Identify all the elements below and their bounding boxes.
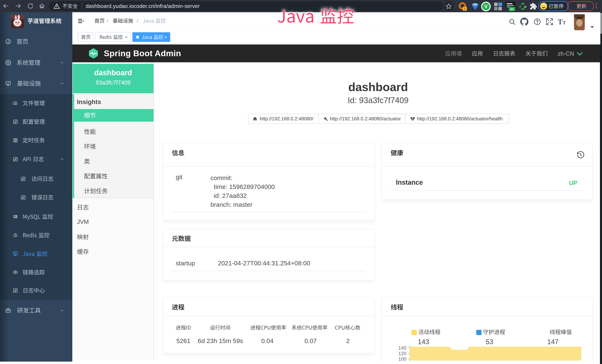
svg-text:V: V: [484, 4, 488, 9]
svg-text:120: 120: [398, 351, 406, 356]
svg-text:100: 100: [398, 356, 406, 362]
svg-text:on: on: [510, 7, 514, 11]
svg-text:1: 1: [464, 7, 465, 11]
svg-text:140: 140: [398, 345, 406, 351]
